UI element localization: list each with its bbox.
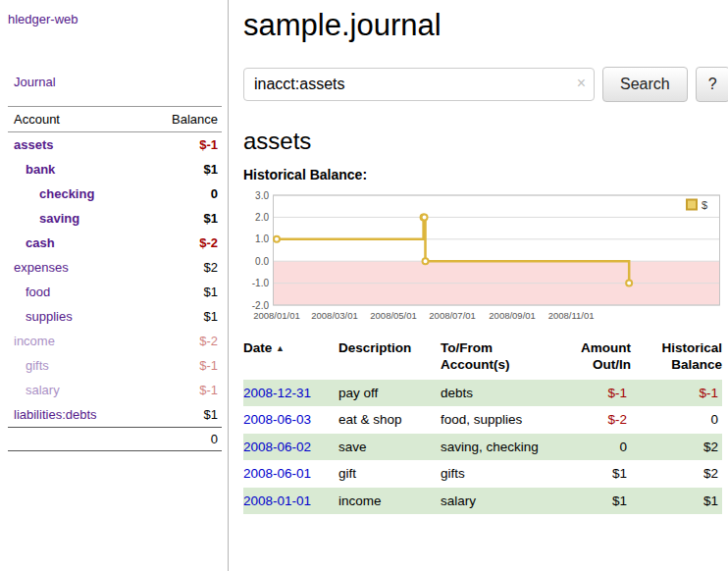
register-header-date-label: Date: [243, 340, 272, 355]
account-link[interactable]: bank: [26, 162, 55, 177]
transaction-description: gift: [338, 460, 441, 488]
account-cell: cash: [8, 231, 139, 255]
chart-y-tick-label: 1.0: [255, 234, 269, 244]
account-balance: $-1: [139, 132, 222, 158]
chart-x-tick-label: 2008/07/01: [429, 310, 476, 321]
search-button[interactable]: Search: [602, 67, 688, 102]
sidebar: hledger-web Journal Account Balance asse…: [0, 0, 229, 571]
accounts-header-account: Account: [8, 107, 139, 132]
account-cell: expenses: [8, 255, 139, 280]
account-cell: food: [8, 280, 139, 304]
account-row: supplies$1: [8, 304, 222, 329]
transaction-amount: $1: [550, 488, 631, 515]
chart-legend-label: $: [702, 199, 707, 211]
app: hledger-web Journal Account Balance asse…: [0, 0, 728, 571]
chart-x-tick-label: 2008/01/01: [253, 310, 300, 321]
transaction-accounts: saving, checking: [441, 434, 550, 461]
account-balance: $1: [139, 304, 222, 329]
accounts-header-row: Account Balance: [8, 107, 222, 132]
transaction-date-link[interactable]: 2008-06-01: [243, 466, 311, 481]
accounts-table-body: assets$-1bank$1checking0saving$1cash$-2e…: [8, 132, 222, 428]
chart-point-marker: [422, 214, 428, 220]
register-table: Date ▲ Description To/From Account(s) Am…: [243, 340, 722, 514]
chart-x-tick-label: 2008/05/01: [370, 310, 417, 321]
account-row: salary$-1: [8, 378, 222, 402]
account-row: assets$-1: [8, 132, 222, 158]
transaction-date-cell: 2008-06-02: [243, 434, 338, 461]
account-cell: saving: [8, 206, 139, 231]
register-header-date[interactable]: Date ▲: [243, 340, 338, 380]
account-link[interactable]: cash: [26, 235, 55, 250]
chart-y-tick-label: -2.0: [252, 300, 270, 311]
account-link[interactable]: gifts: [26, 358, 49, 373]
account-link[interactable]: salary: [26, 383, 60, 397]
account-link[interactable]: expenses: [14, 260, 69, 275]
account-link[interactable]: saving: [39, 211, 79, 226]
transaction-date-link[interactable]: 2008-06-03: [243, 412, 311, 427]
account-link[interactable]: assets: [14, 137, 53, 152]
chart-point-marker: [626, 281, 632, 286]
chart-point-marker: [423, 258, 429, 264]
account-row: checking0: [8, 182, 222, 206]
chart-point-marker: [274, 236, 280, 242]
transaction-description: pay off: [338, 380, 441, 407]
accounts-total-row: 0: [8, 428, 222, 451]
transaction-date-cell: 2008-06-01: [243, 460, 338, 488]
account-cell: salary: [8, 378, 139, 402]
transaction-description: save: [338, 434, 441, 461]
account-row: cash$-2: [8, 231, 222, 255]
transaction-accounts: gifts: [441, 460, 550, 488]
account-row: liabilities:debts$1: [8, 402, 222, 428]
account-row: gifts$-1: [8, 353, 222, 378]
account-row: bank$1: [8, 157, 222, 182]
account-balance: $-2: [139, 231, 222, 255]
app-title-row: hledger-web: [8, 10, 222, 27]
accounts-header-balance: Balance: [139, 107, 222, 132]
transaction-description: eat & shop: [338, 406, 441, 434]
balance-chart-svg: 3.02.01.00.0-1.0-2.02008/01/012008/03/01…: [243, 187, 721, 327]
account-row: food$1: [8, 280, 222, 304]
page-title: sample.journal: [243, 8, 728, 43]
transaction-date-cell: 2008-12-31: [243, 380, 338, 407]
help-button[interactable]: ?: [696, 67, 728, 102]
account-balance: $-1: [139, 378, 222, 402]
search-input[interactable]: [243, 68, 595, 101]
register-table-body: 2008-12-31pay offdebts$-1$-12008-06-03ea…: [243, 380, 722, 515]
register-row: 2008-01-01incomesalary$1$1: [243, 488, 722, 515]
register-header-balance: Historical Balance: [631, 340, 722, 380]
account-balance: $1: [139, 206, 222, 231]
transaction-amount: $-1: [550, 380, 631, 407]
chart-x-tick-label: 2008/11/01: [548, 310, 595, 321]
clear-search-icon[interactable]: ×: [577, 75, 586, 92]
transaction-amount: $1: [550, 460, 631, 488]
accounts-total-value: 0: [139, 428, 222, 451]
chart-x-tick-label: 2008/03/01: [311, 310, 358, 321]
account-balance: 0: [139, 182, 222, 206]
app-title-link[interactable]: hledger-web: [8, 12, 78, 26]
register-header-amount: Amount Out/In: [550, 340, 631, 380]
chart-y-tick-label: 2.0: [255, 212, 269, 223]
transaction-date-link[interactable]: 2008-01-01: [243, 493, 311, 508]
transaction-balance: $2: [631, 434, 722, 461]
chart-y-tick-label: 0.0: [255, 256, 269, 267]
transaction-accounts: debts: [441, 380, 550, 407]
account-link[interactable]: food: [26, 285, 50, 299]
account-link[interactable]: checking: [39, 186, 94, 201]
account-link[interactable]: supplies: [26, 309, 73, 324]
transaction-description: income: [338, 488, 441, 515]
chart-x-tick-label: 2008/09/01: [489, 310, 536, 321]
register-row: 2008-12-31pay offdebts$-1$-1: [243, 380, 722, 407]
journal-nav-link[interactable]: Journal: [14, 75, 56, 89]
account-cell: assets: [8, 132, 139, 158]
transaction-date-link[interactable]: 2008-12-31: [243, 386, 311, 400]
transaction-amount: $-2: [550, 406, 631, 434]
transaction-balance: 0: [631, 406, 722, 434]
account-balance: $-1: [139, 353, 222, 378]
account-link[interactable]: liabilities:debts: [14, 407, 97, 422]
transaction-date-cell: 2008-01-01: [243, 488, 338, 515]
transaction-accounts: food, supplies: [441, 406, 550, 434]
account-link[interactable]: income: [14, 334, 55, 348]
transaction-amount: 0: [550, 434, 631, 461]
transaction-date-link[interactable]: 2008-06-02: [243, 440, 311, 454]
account-row: saving$1: [8, 206, 222, 231]
